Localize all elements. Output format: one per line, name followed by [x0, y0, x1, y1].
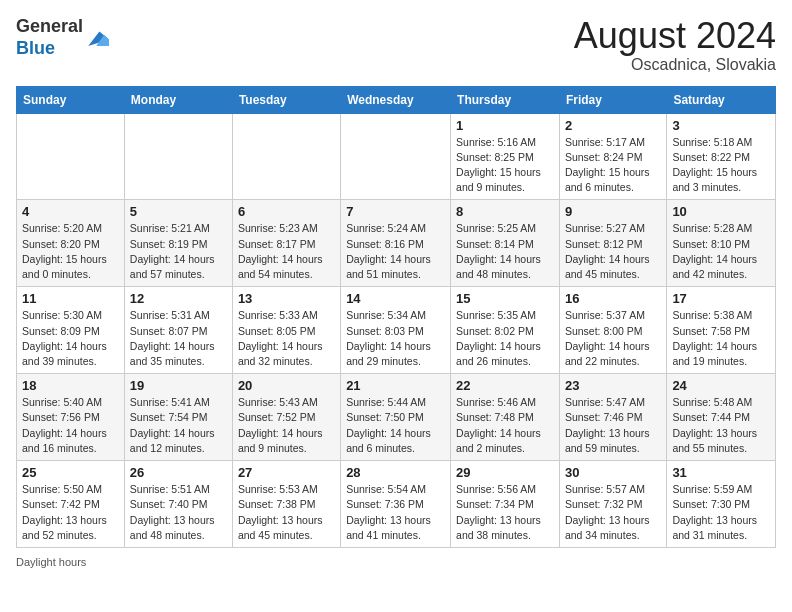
month-year-title: August 2024 [574, 16, 776, 56]
day-number: 6 [238, 204, 335, 219]
day-info: Sunrise: 5:40 AMSunset: 7:56 PMDaylight:… [22, 395, 119, 456]
day-info: Sunrise: 5:47 AMSunset: 7:46 PMDaylight:… [565, 395, 661, 456]
calendar-cell: 27Sunrise: 5:53 AMSunset: 7:38 PMDayligh… [232, 461, 340, 548]
calendar-cell: 6Sunrise: 5:23 AMSunset: 8:17 PMDaylight… [232, 200, 340, 287]
day-info: Sunrise: 5:34 AMSunset: 8:03 PMDaylight:… [346, 308, 445, 369]
calendar-cell: 26Sunrise: 5:51 AMSunset: 7:40 PMDayligh… [124, 461, 232, 548]
calendar-cell: 10Sunrise: 5:28 AMSunset: 8:10 PMDayligh… [667, 200, 776, 287]
day-number: 15 [456, 291, 554, 306]
day-number: 21 [346, 378, 445, 393]
day-info: Sunrise: 5:56 AMSunset: 7:34 PMDaylight:… [456, 482, 554, 543]
day-info: Sunrise: 5:30 AMSunset: 8:09 PMDaylight:… [22, 308, 119, 369]
day-info: Sunrise: 5:51 AMSunset: 7:40 PMDaylight:… [130, 482, 227, 543]
calendar-cell: 2Sunrise: 5:17 AMSunset: 8:24 PMDaylight… [559, 113, 666, 200]
calendar-week-row: 1Sunrise: 5:16 AMSunset: 8:25 PMDaylight… [17, 113, 776, 200]
day-info: Sunrise: 5:59 AMSunset: 7:30 PMDaylight:… [672, 482, 770, 543]
calendar-cell: 7Sunrise: 5:24 AMSunset: 8:16 PMDaylight… [341, 200, 451, 287]
calendar-cell: 25Sunrise: 5:50 AMSunset: 7:42 PMDayligh… [17, 461, 125, 548]
day-number: 24 [672, 378, 770, 393]
calendar-week-row: 18Sunrise: 5:40 AMSunset: 7:56 PMDayligh… [17, 374, 776, 461]
day-number: 9 [565, 204, 661, 219]
calendar-cell: 4Sunrise: 5:20 AMSunset: 8:20 PMDaylight… [17, 200, 125, 287]
logo-text: General Blue [16, 16, 83, 59]
col-header-wednesday: Wednesday [341, 86, 451, 113]
day-number: 16 [565, 291, 661, 306]
calendar-cell [124, 113, 232, 200]
calendar-cell: 16Sunrise: 5:37 AMSunset: 8:00 PMDayligh… [559, 287, 666, 374]
day-number: 22 [456, 378, 554, 393]
day-number: 13 [238, 291, 335, 306]
calendar-cell: 30Sunrise: 5:57 AMSunset: 7:32 PMDayligh… [559, 461, 666, 548]
day-number: 3 [672, 118, 770, 133]
col-header-tuesday: Tuesday [232, 86, 340, 113]
day-info: Sunrise: 5:33 AMSunset: 8:05 PMDaylight:… [238, 308, 335, 369]
day-number: 27 [238, 465, 335, 480]
calendar-table: SundayMondayTuesdayWednesdayThursdayFrid… [16, 86, 776, 548]
day-number: 18 [22, 378, 119, 393]
day-number: 26 [130, 465, 227, 480]
calendar-cell: 24Sunrise: 5:48 AMSunset: 7:44 PMDayligh… [667, 374, 776, 461]
logo-general: General [16, 16, 83, 36]
calendar-header-row: SundayMondayTuesdayWednesdayThursdayFrid… [17, 86, 776, 113]
calendar-cell: 23Sunrise: 5:47 AMSunset: 7:46 PMDayligh… [559, 374, 666, 461]
col-header-monday: Monday [124, 86, 232, 113]
day-info: Sunrise: 5:28 AMSunset: 8:10 PMDaylight:… [672, 221, 770, 282]
calendar-cell: 8Sunrise: 5:25 AMSunset: 8:14 PMDaylight… [451, 200, 560, 287]
calendar-cell: 5Sunrise: 5:21 AMSunset: 8:19 PMDaylight… [124, 200, 232, 287]
col-header-friday: Friday [559, 86, 666, 113]
logo-blue: Blue [16, 38, 55, 58]
day-number: 28 [346, 465, 445, 480]
day-number: 4 [22, 204, 119, 219]
calendar-cell: 17Sunrise: 5:38 AMSunset: 7:58 PMDayligh… [667, 287, 776, 374]
title-block: August 2024 Oscadnica, Slovakia [574, 16, 776, 74]
day-number: 19 [130, 378, 227, 393]
day-number: 11 [22, 291, 119, 306]
day-info: Sunrise: 5:20 AMSunset: 8:20 PMDaylight:… [22, 221, 119, 282]
calendar-week-row: 25Sunrise: 5:50 AMSunset: 7:42 PMDayligh… [17, 461, 776, 548]
day-number: 31 [672, 465, 770, 480]
day-number: 29 [456, 465, 554, 480]
location-title: Oscadnica, Slovakia [574, 56, 776, 74]
day-info: Sunrise: 5:21 AMSunset: 8:19 PMDaylight:… [130, 221, 227, 282]
calendar-week-row: 4Sunrise: 5:20 AMSunset: 8:20 PMDaylight… [17, 200, 776, 287]
day-number: 8 [456, 204, 554, 219]
day-info: Sunrise: 5:48 AMSunset: 7:44 PMDaylight:… [672, 395, 770, 456]
day-info: Sunrise: 5:25 AMSunset: 8:14 PMDaylight:… [456, 221, 554, 282]
calendar-cell: 15Sunrise: 5:35 AMSunset: 8:02 PMDayligh… [451, 287, 560, 374]
calendar-cell: 13Sunrise: 5:33 AMSunset: 8:05 PMDayligh… [232, 287, 340, 374]
day-info: Sunrise: 5:57 AMSunset: 7:32 PMDaylight:… [565, 482, 661, 543]
day-number: 10 [672, 204, 770, 219]
day-info: Sunrise: 5:16 AMSunset: 8:25 PMDaylight:… [456, 135, 554, 196]
day-info: Sunrise: 5:17 AMSunset: 8:24 PMDaylight:… [565, 135, 661, 196]
day-info: Sunrise: 5:35 AMSunset: 8:02 PMDaylight:… [456, 308, 554, 369]
calendar-cell [341, 113, 451, 200]
calendar-cell [17, 113, 125, 200]
col-header-thursday: Thursday [451, 86, 560, 113]
calendar-cell: 1Sunrise: 5:16 AMSunset: 8:25 PMDaylight… [451, 113, 560, 200]
day-info: Sunrise: 5:38 AMSunset: 7:58 PMDaylight:… [672, 308, 770, 369]
day-info: Sunrise: 5:44 AMSunset: 7:50 PMDaylight:… [346, 395, 445, 456]
calendar-cell: 19Sunrise: 5:41 AMSunset: 7:54 PMDayligh… [124, 374, 232, 461]
day-number: 5 [130, 204, 227, 219]
calendar-cell: 21Sunrise: 5:44 AMSunset: 7:50 PMDayligh… [341, 374, 451, 461]
day-number: 14 [346, 291, 445, 306]
logo: General Blue [16, 16, 109, 59]
day-number: 23 [565, 378, 661, 393]
calendar-cell: 29Sunrise: 5:56 AMSunset: 7:34 PMDayligh… [451, 461, 560, 548]
day-number: 17 [672, 291, 770, 306]
day-number: 25 [22, 465, 119, 480]
day-number: 20 [238, 378, 335, 393]
day-info: Sunrise: 5:23 AMSunset: 8:17 PMDaylight:… [238, 221, 335, 282]
calendar-cell: 3Sunrise: 5:18 AMSunset: 8:22 PMDaylight… [667, 113, 776, 200]
day-info: Sunrise: 5:18 AMSunset: 8:22 PMDaylight:… [672, 135, 770, 196]
calendar-cell: 28Sunrise: 5:54 AMSunset: 7:36 PMDayligh… [341, 461, 451, 548]
day-number: 7 [346, 204, 445, 219]
day-info: Sunrise: 5:43 AMSunset: 7:52 PMDaylight:… [238, 395, 335, 456]
calendar-cell: 18Sunrise: 5:40 AMSunset: 7:56 PMDayligh… [17, 374, 125, 461]
day-number: 12 [130, 291, 227, 306]
day-info: Sunrise: 5:50 AMSunset: 7:42 PMDaylight:… [22, 482, 119, 543]
col-header-saturday: Saturday [667, 86, 776, 113]
calendar-cell: 9Sunrise: 5:27 AMSunset: 8:12 PMDaylight… [559, 200, 666, 287]
calendar-cell: 14Sunrise: 5:34 AMSunset: 8:03 PMDayligh… [341, 287, 451, 374]
day-info: Sunrise: 5:54 AMSunset: 7:36 PMDaylight:… [346, 482, 445, 543]
